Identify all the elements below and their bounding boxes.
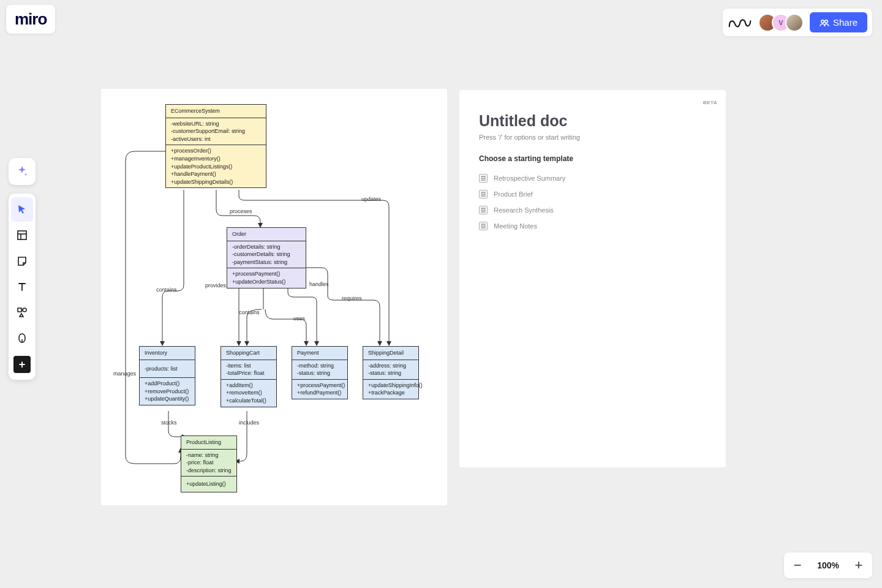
template-meeting-notes[interactable]: Meeting Notes xyxy=(479,218,706,234)
class-title: ProductListing xyxy=(181,436,236,450)
beta-badge: BETA xyxy=(703,100,717,105)
edge-handles: handles xyxy=(309,281,329,287)
doc-icon xyxy=(479,174,488,183)
class-shipping[interactable]: ShippingDetail -address: string -status:… xyxy=(363,346,419,399)
class-title: ShippingDetail xyxy=(363,347,418,360)
class-ecommerce[interactable]: ECommerceSystem -websiteURL: string -cus… xyxy=(165,104,266,188)
zoom-control: − 100% + xyxy=(784,552,872,578)
doc-icon xyxy=(479,206,488,214)
svg-rect-5 xyxy=(18,308,21,312)
share-button[interactable]: Share xyxy=(810,12,867,32)
edge-includes: includes xyxy=(239,420,259,426)
plus-icon: + xyxy=(13,356,31,373)
miro-logo[interactable]: miro xyxy=(6,5,55,34)
share-icon xyxy=(820,18,829,28)
doc-title[interactable]: Untitled doc xyxy=(479,112,706,130)
class-productlisting[interactable]: ProductListing -name: string -price: flo… xyxy=(181,435,237,492)
edge-requires: requires xyxy=(342,295,362,301)
doc-hint: Press '/' for options or start writing xyxy=(479,134,706,141)
edge-uses: uses xyxy=(293,315,305,322)
doc-icon xyxy=(479,190,488,198)
class-title: Payment xyxy=(292,347,347,360)
edge-stocks: stocks xyxy=(161,420,177,426)
svg-point-6 xyxy=(23,308,26,312)
edge-processes: proceses xyxy=(230,208,252,214)
class-title: ShoppingCart xyxy=(221,347,276,360)
doc-icon xyxy=(479,222,488,230)
edge-contains2: contains xyxy=(239,309,260,315)
zoom-in-button[interactable]: + xyxy=(853,557,865,573)
class-payment[interactable]: Payment -method: string -status: string … xyxy=(292,346,348,399)
shapes-tool[interactable] xyxy=(11,300,33,325)
edge-manages: manages xyxy=(113,371,136,377)
text-tool[interactable] xyxy=(11,274,33,299)
templates-tool[interactable] xyxy=(11,223,33,247)
edge-contains1: contains xyxy=(156,287,177,293)
svg-point-0 xyxy=(821,20,824,23)
doc-panel[interactable]: BETA Untitled doc Press '/' for options … xyxy=(459,90,726,467)
class-title: Order xyxy=(227,228,306,241)
class-title: Inventory xyxy=(140,347,195,360)
svg-rect-2 xyxy=(18,231,26,239)
edge-updates: updates xyxy=(361,196,381,202)
tool-toolbar: + xyxy=(9,194,36,380)
diagram-canvas[interactable]: ECommerceSystem -websiteURL: string -cus… xyxy=(101,89,447,505)
select-tool[interactable] xyxy=(11,197,33,222)
edge-provides: provides xyxy=(205,282,226,288)
template-heading: Choose a starting template xyxy=(479,154,706,163)
ai-sparkle-button[interactable] xyxy=(9,158,36,185)
zoom-out-button[interactable]: − xyxy=(791,557,804,573)
reactions-icon[interactable] xyxy=(728,15,752,30)
svg-point-1 xyxy=(825,20,828,23)
template-retrospective[interactable]: Retrospective Summary xyxy=(479,170,706,186)
add-tool[interactable]: + xyxy=(11,352,33,376)
class-inventory[interactable]: Inventory -products: list +addProduct() … xyxy=(139,346,195,405)
pen-tool[interactable] xyxy=(11,326,33,350)
zoom-value[interactable]: 100% xyxy=(817,560,839,570)
class-order[interactable]: Order -orderDetails: string -customerDet… xyxy=(227,227,306,288)
template-research-synthesis[interactable]: Research Synthesis xyxy=(479,202,706,218)
share-label: Share xyxy=(833,17,858,28)
header-actions: V Share xyxy=(723,9,872,36)
diagram-connectors xyxy=(101,89,447,505)
class-shoppingcart[interactable]: ShoppingCart -items: list -totalPrice: f… xyxy=(221,346,277,407)
template-product-brief[interactable]: Product Brief xyxy=(479,186,706,202)
presence-avatars[interactable]: V xyxy=(758,13,804,32)
sticky-note-tool[interactable] xyxy=(11,249,33,273)
class-title: ECommerceSystem xyxy=(166,105,266,118)
